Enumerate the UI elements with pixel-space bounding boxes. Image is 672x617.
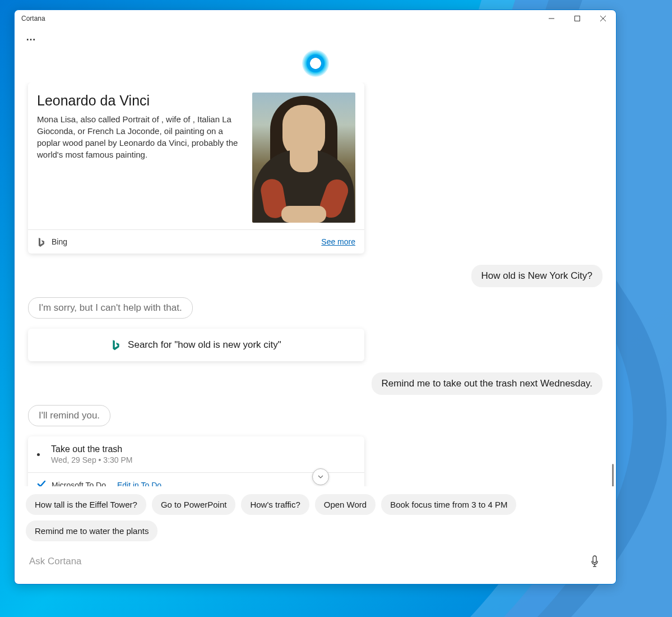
cortana-window: Cortana … Leonardo da Vinci Mona Lisa, a… — [14, 10, 617, 584]
search-card-text: Search for "how old is new york city" — [128, 339, 281, 351]
minimize-button[interactable] — [539, 10, 564, 27]
info-card-image — [252, 93, 355, 223]
suggestion-chip[interactable]: Remind me to water the plants — [26, 521, 157, 541]
more-menu-button[interactable]: … — [15, 27, 616, 48]
svg-rect-1 — [575, 16, 580, 21]
maximize-button[interactable] — [564, 10, 590, 27]
suggestion-chip[interactable]: Book focus time from 3 to 4 PM — [381, 494, 516, 515]
todo-check-icon — [37, 480, 46, 486]
info-card-source: Bing — [52, 237, 67, 246]
bing-icon — [37, 237, 46, 247]
close-icon — [600, 16, 606, 21]
bullet-icon — [37, 453, 40, 456]
suggestion-chip[interactable]: How's traffic? — [241, 494, 309, 515]
bing-icon — [111, 339, 121, 351]
chevron-down-icon — [317, 473, 324, 480]
suggestion-chips: How tall is the Eiffel Tower? Go to Powe… — [15, 486, 616, 546]
user-message: How old is New York City? — [471, 265, 603, 287]
assistant-message: I'm sorry, but I can't help with that. — [28, 297, 193, 319]
suggestion-chip[interactable]: Go to PowerPoint — [152, 494, 236, 515]
chat-area: Leonardo da Vinci Mona Lisa, also called… — [15, 82, 616, 486]
window-title: Cortana — [21, 15, 45, 22]
assistant-message: I'll remind you. — [28, 405, 110, 426]
svg-rect-4 — [593, 556, 596, 563]
bing-search-card[interactable]: Search for "how old is new york city" — [28, 329, 364, 361]
close-button[interactable] — [590, 10, 616, 27]
suggestion-chip[interactable]: Open Word — [315, 494, 376, 515]
cortana-logo-icon — [302, 50, 329, 77]
ask-cortana-input[interactable] — [26, 550, 578, 573]
info-card-title: Leonardo da Vinci — [37, 93, 242, 109]
input-row — [15, 546, 616, 584]
reminder-time: Wed, 29 Sep • 3:30 PM — [51, 455, 133, 464]
reminder-source: Microsoft To Do — [52, 481, 106, 486]
see-more-link[interactable]: See more — [321, 237, 355, 246]
info-card: Leonardo da Vinci Mona Lisa, also called… — [28, 82, 364, 254]
titlebar: Cortana — [15, 10, 616, 27]
microphone-button[interactable] — [585, 551, 605, 572]
user-message: Remind me to take out the trash next Wed… — [372, 372, 603, 395]
info-card-description: Mona Lisa, also called Portrait of , wif… — [37, 113, 242, 160]
scrollbar-thumb[interactable] — [612, 464, 614, 486]
edit-in-todo-link[interactable]: Edit in To Do — [117, 481, 161, 486]
suggestion-chip[interactable]: How tall is the Eiffel Tower? — [26, 494, 146, 515]
minimize-icon — [549, 16, 554, 21]
maximize-icon — [574, 16, 580, 21]
microphone-icon — [590, 555, 599, 568]
scroll-down-button[interactable] — [312, 468, 329, 485]
reminder-title: Take out the trash — [51, 444, 133, 454]
